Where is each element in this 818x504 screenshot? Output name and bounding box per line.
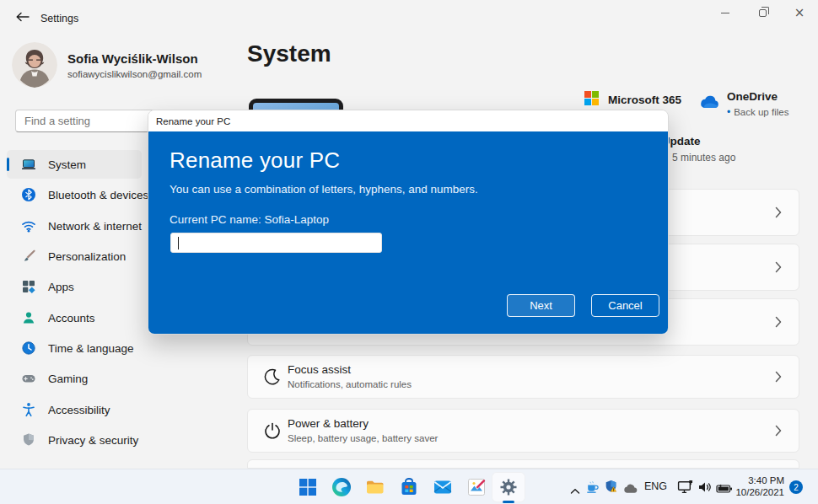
chevron-right-icon bbox=[775, 261, 782, 273]
profile-name: Sofia Wyciślik-Wilson bbox=[67, 51, 198, 66]
rename-pc-dialog: Rename your PC Rename your PC You can us… bbox=[148, 110, 669, 335]
settings-row-partial[interactable] bbox=[247, 459, 799, 469]
windows-update-status: 5 minutes ago bbox=[672, 152, 811, 164]
gamepad-icon bbox=[21, 371, 36, 386]
onedrive-label: OneDrive bbox=[727, 90, 778, 103]
row-title: Focus assist bbox=[288, 363, 351, 376]
chevron-right-icon bbox=[775, 316, 782, 328]
sidebar-item-label: Gaming bbox=[48, 373, 88, 385]
paint-icon[interactable] bbox=[466, 477, 487, 497]
date-text: 10/26/2021 bbox=[732, 486, 784, 498]
sidebar-item-accessibility[interactable]: Accessibility bbox=[7, 395, 142, 424]
sidebar-item-apps[interactable]: Apps bbox=[7, 272, 142, 301]
dialog-titlebar: Rename your PC bbox=[148, 110, 668, 131]
tray-chevron-up-icon[interactable] bbox=[570, 483, 580, 498]
current-pc-name-label: Current PC name: Sofia-Laptop bbox=[170, 213, 329, 226]
accessibility-icon bbox=[21, 402, 36, 417]
wifi-icon bbox=[21, 218, 36, 233]
sidebar-item-label: Accessibility bbox=[48, 404, 110, 416]
chevron-right-icon bbox=[775, 425, 782, 437]
network-tray-icon[interactable] bbox=[677, 480, 693, 497]
shield-icon bbox=[21, 432, 36, 448]
sidebar-item-label: Apps bbox=[48, 281, 74, 293]
onedrive-status-text: Back up files bbox=[734, 107, 788, 117]
back-arrow-icon bbox=[16, 10, 30, 25]
microsoft-logo-icon bbox=[584, 91, 599, 109]
sidebar-item-label: Accounts bbox=[48, 312, 95, 324]
dialog-description: You can use a combination of letters, hy… bbox=[170, 183, 478, 196]
brush-icon bbox=[21, 249, 36, 264]
chevron-right-icon bbox=[775, 206, 782, 218]
avatar[interactable] bbox=[12, 42, 57, 88]
file-explorer-icon[interactable] bbox=[365, 477, 385, 497]
clock-icon bbox=[21, 340, 36, 356]
restore-button[interactable] bbox=[744, 0, 781, 25]
sidebar-item-label: Bluetooth & devices bbox=[48, 189, 148, 201]
page-title: System bbox=[247, 40, 331, 67]
close-icon: × bbox=[794, 5, 805, 20]
clock[interactable]: 3:40 PM 10/26/2021 bbox=[732, 475, 784, 498]
sidebar-item-bluetooth-devices[interactable]: Bluetooth & devices bbox=[7, 180, 142, 209]
onedrive-cloud-icon bbox=[698, 95, 720, 109]
notification-badge[interactable]: 2 bbox=[789, 480, 803, 494]
apps-icon bbox=[21, 279, 36, 294]
microsoft-365-label: Microsoft 365 bbox=[608, 94, 681, 106]
profile-email: sofiawycislikwilson@gmail.com bbox=[67, 69, 202, 79]
time-text: 3:40 PM bbox=[732, 475, 784, 486]
status-bullet: • bbox=[727, 106, 730, 118]
person-icon bbox=[21, 310, 36, 325]
sidebar-item-privacy-security[interactable]: Privacy & security bbox=[7, 426, 142, 454]
settings-row-focus-assist[interactable]: Focus assist Notifications, automatic ru… bbox=[247, 355, 799, 399]
onedrive-tray-icon[interactable] bbox=[622, 482, 638, 497]
restore-icon bbox=[759, 9, 767, 17]
sidebar-item-label: Personalization bbox=[48, 250, 126, 263]
row-subtitle: Notifications, automatic rules bbox=[288, 379, 412, 389]
sidebar-item-label: Privacy & security bbox=[48, 434, 138, 447]
text-cursor bbox=[178, 237, 179, 249]
sidebar-item-label: Network & internet bbox=[48, 220, 142, 233]
settings-row-power-battery[interactable]: Power & battery Sleep, battery usage, ba… bbox=[247, 409, 799, 453]
sidebar-item-label: System bbox=[48, 158, 86, 171]
minimize-icon bbox=[721, 13, 729, 13]
next-button[interactable]: Next bbox=[507, 294, 575, 317]
sidebar-item-time-language[interactable]: Time & language bbox=[7, 334, 142, 362]
microsoft-365-promo[interactable]: Microsoft 365 bbox=[584, 91, 681, 109]
power-icon bbox=[263, 421, 282, 440]
start-button[interactable] bbox=[298, 477, 318, 497]
back-button[interactable] bbox=[12, 8, 34, 27]
window-title: Settings bbox=[40, 13, 78, 24]
settings-icon[interactable] bbox=[498, 477, 519, 497]
pc-name-input[interactable] bbox=[170, 233, 382, 253]
sidebar-item-label: Time & language bbox=[48, 342, 134, 355]
dialog-body: Rename your PC You can use a combination… bbox=[148, 131, 668, 335]
security-shield-icon[interactable] bbox=[604, 480, 618, 497]
active-app-indicator bbox=[503, 501, 514, 503]
taskbar: ENG 3:40 PM 10/26/2021 2 bbox=[0, 469, 818, 504]
sidebar-item-gaming[interactable]: Gaming bbox=[7, 364, 142, 393]
sidebar-item-network-internet[interactable]: Network & internet bbox=[7, 212, 142, 240]
store-icon[interactable] bbox=[399, 477, 419, 497]
cancel-button[interactable]: Cancel bbox=[591, 294, 659, 317]
volume-icon[interactable] bbox=[697, 480, 713, 497]
battery-icon[interactable] bbox=[716, 482, 733, 497]
cup-app-icon[interactable] bbox=[585, 480, 600, 497]
onedrive-status: •Back up files bbox=[727, 106, 788, 118]
chevron-right-icon bbox=[775, 371, 782, 383]
sidebar-item-system[interactable]: System bbox=[7, 150, 142, 179]
row-subtitle: Sleep, battery usage, battery saver bbox=[288, 433, 438, 443]
sidebar-item-personalization[interactable]: Personalization bbox=[7, 242, 142, 271]
close-button[interactable]: × bbox=[781, 0, 818, 25]
dialog-heading: Rename your PC bbox=[170, 147, 340, 174]
moon-icon bbox=[263, 367, 282, 386]
window-controls: × bbox=[707, 0, 818, 25]
mail-icon[interactable] bbox=[433, 477, 453, 497]
onedrive-promo[interactable]: OneDrive •Back up files bbox=[698, 88, 799, 122]
minimize-button[interactable] bbox=[707, 0, 744, 25]
row-title: Power & battery bbox=[288, 417, 369, 430]
edge-icon[interactable] bbox=[331, 477, 352, 497]
bluetooth-icon bbox=[21, 187, 36, 202]
laptop-icon bbox=[21, 157, 36, 172]
selected-indicator bbox=[7, 158, 9, 171]
language-indicator[interactable]: ENG bbox=[644, 480, 667, 492]
sidebar-item-accounts[interactable]: Accounts bbox=[7, 303, 142, 332]
